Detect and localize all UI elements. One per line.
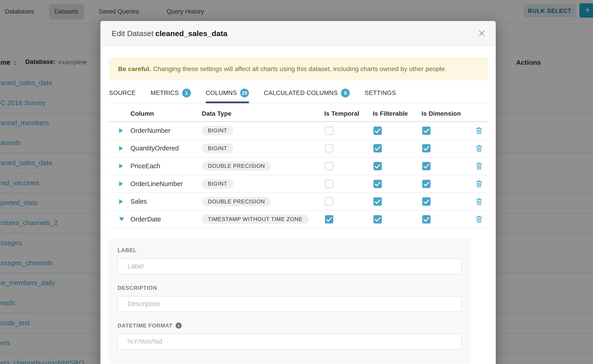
delete-column-icon[interactable] [470, 162, 488, 170]
datetime-format-input[interactable] [118, 334, 462, 350]
is-temporal-checkbox[interactable] [325, 215, 333, 223]
data-type-pill: DOUBLE PRECISION [202, 197, 271, 206]
tab-label: SETTINGS [365, 90, 396, 97]
is-dimension-checkbox[interactable] [422, 127, 430, 135]
is-filterable-checkbox[interactable] [373, 180, 382, 188]
tab-columns[interactable]: COLUMNS25 [206, 89, 249, 103]
edit-dataset-modal: Edit Datasetcleaned_sales_data ✕ Be care… [100, 21, 496, 364]
column-row: OrderNumberBIGINT [109, 122, 488, 140]
data-type-pill: BIGINT [202, 144, 233, 153]
tab-source[interactable]: SOURCE [109, 89, 136, 103]
tab-count-badge: 25 [240, 89, 249, 98]
delete-column-icon[interactable] [470, 180, 488, 188]
data-type-pill: BIGINT [202, 179, 233, 188]
column-name: PriceEach [130, 162, 202, 170]
is-temporal-checkbox[interactable] [325, 197, 333, 206]
expand-caret-icon[interactable] [119, 199, 123, 204]
delete-column-icon[interactable] [470, 127, 488, 135]
collapse-caret-icon[interactable] [119, 217, 124, 221]
is-temporal-checkbox[interactable] [325, 127, 333, 135]
tab-label: SOURCE [109, 90, 136, 97]
tab-label: CALCULATED COLUMNS [264, 90, 338, 97]
is-temporal-checkbox[interactable] [325, 162, 333, 170]
datetime-format-field-label: DATETIME FORMAT i [118, 323, 462, 329]
tab-metrics[interactable]: METRICS1 [151, 89, 191, 103]
expand-caret-icon[interactable] [119, 128, 123, 133]
data-type-pill: DOUBLE PRECISION [202, 161, 271, 171]
data-type-pill: BIGINT [202, 126, 233, 135]
column-name: QuantityOrdered [130, 144, 202, 152]
column-header: Column [130, 110, 202, 117]
column-detail-panel: LABEL DESCRIPTION DATETIME FORMAT i [109, 238, 471, 364]
close-icon[interactable]: ✕ [475, 27, 488, 40]
info-icon[interactable]: i [176, 323, 182, 329]
delete-column-icon[interactable] [470, 144, 488, 152]
column-row: QuantityOrderedBIGINT [109, 140, 488, 158]
is-dimension-checkbox[interactable] [422, 215, 430, 223]
column-row: PriceEachDOUBLE PRECISION [109, 157, 488, 175]
data-type-pill: TIMESTAMP WITHOUT TIME ZONE [202, 214, 309, 224]
modal-body: Be careful.Changing these settings will … [100, 46, 496, 364]
is-dimension-checkbox[interactable] [422, 144, 430, 152]
is-dimension-header: Is Dimension [422, 110, 470, 117]
dataset-name: cleaned_sales_data [155, 29, 227, 38]
datasets-page: DatabasesDatasetsSaved QueriesQuery Hist… [0, 0, 593, 364]
is-filterable-checkbox[interactable] [373, 144, 382, 152]
columns-table: Column Data Type Is Temporal Is Filterab… [109, 103, 488, 228]
tab-settings[interactable]: SETTINGS [365, 89, 396, 103]
tab-label: METRICS [151, 90, 179, 97]
is-filterable-checkbox[interactable] [373, 215, 382, 223]
label-field-label: LABEL [118, 247, 462, 254]
expand-caret-icon[interactable] [119, 181, 123, 186]
column-row: OrderDateTIMESTAMP WITHOUT TIME ZONE [109, 211, 488, 228]
modal-header: Edit Datasetcleaned_sales_data ✕ [100, 21, 496, 46]
is-filterable-header: Is Filterable [373, 110, 422, 117]
data-type-header: Data Type [202, 110, 324, 117]
delete-column-icon[interactable] [470, 198, 488, 206]
is-filterable-checkbox[interactable] [373, 197, 382, 206]
tab-count-badge: 1 [182, 89, 191, 98]
column-name: Sales [130, 198, 202, 205]
expand-caret-icon[interactable] [119, 146, 123, 151]
description-field-label: DESCRIPTION [118, 285, 462, 291]
column-name: OrderLineNumber [130, 180, 202, 188]
is-temporal-checkbox[interactable] [325, 180, 333, 188]
modal-tabs: SOURCEMETRICS1COLUMNS25CALCULATED COLUMN… [109, 89, 488, 103]
expand-caret-icon[interactable] [119, 163, 123, 169]
is-filterable-checkbox[interactable] [373, 162, 382, 170]
column-name: OrderDate [130, 216, 202, 223]
modal-title: Edit Datasetcleaned_sales_data [112, 29, 227, 38]
label-input[interactable] [118, 259, 462, 274]
is-temporal-header: Is Temporal [324, 110, 373, 117]
tab-count-badge: 0 [341, 89, 350, 98]
delete-column-icon[interactable] [470, 215, 488, 223]
is-filterable-checkbox[interactable] [373, 127, 382, 135]
column-row: SalesDOUBLE PRECISION [109, 193, 488, 211]
warning-banner: Be careful.Changing these settings will … [109, 58, 488, 80]
is-dimension-checkbox[interactable] [422, 180, 430, 188]
is-temporal-checkbox[interactable] [325, 144, 333, 152]
is-dimension-checkbox[interactable] [422, 197, 430, 206]
column-row: OrderLineNumberBIGINT [109, 175, 488, 193]
description-input[interactable] [118, 296, 462, 312]
column-name: OrderNumber [130, 127, 202, 134]
columns-table-header: Column Data Type Is Temporal Is Filterab… [109, 103, 488, 122]
tab-calculated-columns[interactable]: CALCULATED COLUMNS0 [264, 89, 350, 103]
tab-label: COLUMNS [206, 90, 237, 97]
is-dimension-checkbox[interactable] [422, 162, 430, 170]
